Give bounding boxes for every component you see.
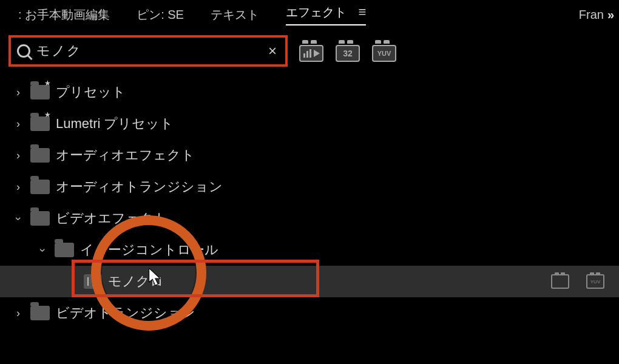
filter-32bit-effects[interactable]: 32 xyxy=(335,40,360,62)
effect-icon xyxy=(84,274,102,289)
effects-search-row: モノク × 32 YUV xyxy=(0,29,619,73)
tab-bin[interactable]: ピン: SE xyxy=(123,1,197,29)
tree-item-presets[interactable]: › プリセット xyxy=(0,76,619,108)
search-icon xyxy=(17,44,30,58)
effects-search-input[interactable]: モノク xyxy=(36,42,260,60)
folder-icon xyxy=(55,243,74,257)
tree-item-label: プリセット xyxy=(56,83,126,101)
tree-item-monochrome[interactable]: モノクロ YUV xyxy=(0,266,619,297)
tabs-overflow[interactable]: Fran » xyxy=(579,8,614,22)
chevron-down-icon: › xyxy=(36,244,49,256)
folder-star-icon xyxy=(30,85,50,99)
folder-icon xyxy=(30,306,50,320)
panel-tabs: : お手本動画編集 ピン: SE テキスト エフェクト ≡ Fran » xyxy=(0,0,619,29)
effects-search-box[interactable]: モノク × xyxy=(11,38,285,64)
panel-menu-icon[interactable]: ≡ xyxy=(358,4,366,19)
chevron-right-icon: › xyxy=(12,118,24,130)
tree-item-video-effects[interactable]: › ビデオエフェクト xyxy=(0,203,619,234)
tab-source-monitor[interactable]: : お手本動画編集 xyxy=(5,1,123,29)
tree-item-label: ビデオトランジション xyxy=(56,304,195,322)
chevron-right-double-icon: » xyxy=(607,8,612,22)
effects-tree: › プリセット › Lumetri プリセット › オーディオエフェクト › オ… xyxy=(0,73,619,329)
tree-item-video-transitions[interactable]: › ビデオトランジション xyxy=(0,297,619,329)
tree-item-image-control[interactable]: › イメージコントロール xyxy=(0,234,619,266)
chevron-down-icon: › xyxy=(12,212,25,224)
tree-item-label: Lumetri プリセット xyxy=(56,115,174,133)
tab-text[interactable]: テキスト xyxy=(197,1,272,29)
tree-item-label: オーディオトランジション xyxy=(56,178,223,196)
tree-item-audio-transitions[interactable]: › オーディオトランジション xyxy=(0,171,619,203)
chevron-right-icon: › xyxy=(12,149,24,162)
folder-icon xyxy=(30,148,50,163)
effect-badges: YUV xyxy=(551,274,619,289)
chevron-right-icon: › xyxy=(12,181,24,194)
folder-icon xyxy=(30,211,50,226)
tab-effects[interactable]: エフェクト ≡ xyxy=(272,0,379,32)
accelerated-badge-icon xyxy=(551,274,569,289)
chevron-right-icon: › xyxy=(12,86,24,99)
yuv-badge-icon: YUV xyxy=(586,274,604,289)
annotation-red-box-search: モノク × xyxy=(8,35,288,67)
tree-item-label: イメージコントロール xyxy=(80,241,218,259)
tree-item-label: ビデオエフェクト xyxy=(56,209,167,228)
folder-icon xyxy=(30,180,50,194)
filter-accelerated-effects[interactable] xyxy=(299,40,324,62)
clear-search-icon[interactable]: × xyxy=(266,42,279,59)
folder-star-icon xyxy=(30,116,50,131)
tree-item-label: オーディオエフェクト xyxy=(56,146,195,164)
chevron-right-icon: › xyxy=(12,307,24,320)
filter-yuv-effects[interactable]: YUV xyxy=(371,40,397,62)
tree-item-audio-effects[interactable]: › オーディオエフェクト xyxy=(0,140,619,171)
tree-item-lumetri-presets[interactable]: › Lumetri プリセット xyxy=(0,108,619,140)
tree-item-label: モノクロ xyxy=(108,272,164,291)
